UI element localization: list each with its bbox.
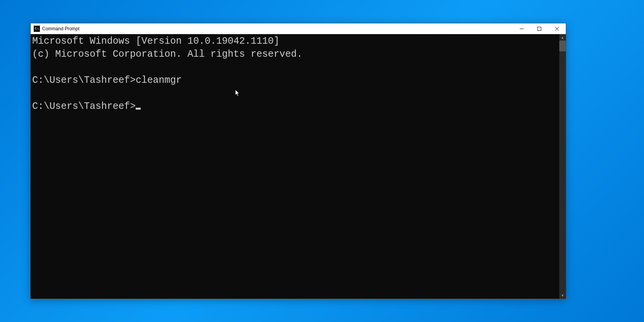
- scroll-up-arrow-icon[interactable]: ▲: [559, 34, 566, 41]
- maximize-button[interactable]: [531, 23, 548, 34]
- window-controls: [513, 23, 566, 34]
- window-title: Command Prompt: [42, 26, 513, 31]
- svg-rect-1: [538, 27, 541, 31]
- titlebar[interactable]: C:\ Command Prompt: [31, 23, 566, 34]
- text-cursor: [136, 108, 141, 110]
- console-command: cleanmgr: [136, 75, 182, 86]
- app-icon: C:\: [34, 26, 40, 32]
- console-prompt: C:\Users\Tashreef>: [32, 101, 136, 112]
- close-icon: [555, 27, 559, 31]
- console-line: (c) Microsoft Corporation. All rights re…: [32, 49, 302, 60]
- command-prompt-window: C:\ Command Prompt Microsoft Windows [Ve…: [30, 23, 566, 299]
- minimize-icon: [520, 27, 524, 31]
- minimize-button[interactable]: [513, 23, 531, 34]
- maximize-icon: [537, 27, 541, 31]
- vertical-scrollbar[interactable]: ▲ ▼: [559, 34, 566, 299]
- console-area: Microsoft Windows [Version 10.0.19042.11…: [31, 34, 566, 299]
- scroll-thumb[interactable]: [559, 41, 566, 51]
- console-output[interactable]: Microsoft Windows [Version 10.0.19042.11…: [31, 34, 559, 299]
- console-line: Microsoft Windows [Version 10.0.19042.11…: [32, 36, 279, 47]
- close-button[interactable]: [548, 23, 566, 34]
- console-prompt: C:\Users\Tashreef>: [32, 75, 136, 86]
- scroll-down-arrow-icon[interactable]: ▼: [559, 292, 566, 299]
